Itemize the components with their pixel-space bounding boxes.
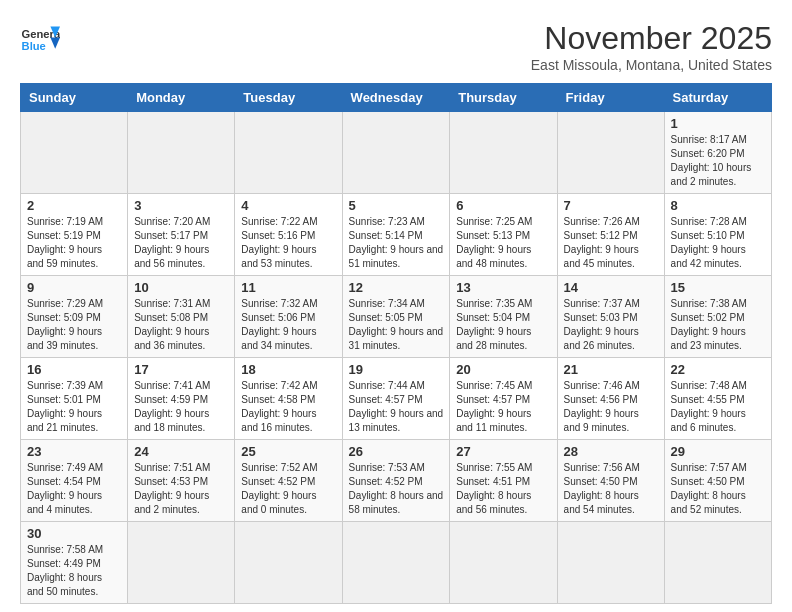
day-info: Sunrise: 7:32 AM Sunset: 5:06 PM Dayligh… [241, 297, 335, 353]
calendar-cell [664, 522, 771, 604]
weekday-header: Saturday [664, 84, 771, 112]
day-number: 10 [134, 280, 228, 295]
calendar-cell [21, 112, 128, 194]
svg-marker-3 [50, 38, 60, 49]
calendar-cell: 22Sunrise: 7:48 AM Sunset: 4:55 PM Dayli… [664, 358, 771, 440]
calendar-cell: 17Sunrise: 7:41 AM Sunset: 4:59 PM Dayli… [128, 358, 235, 440]
calendar-cell: 25Sunrise: 7:52 AM Sunset: 4:52 PM Dayli… [235, 440, 342, 522]
day-info: Sunrise: 7:19 AM Sunset: 5:19 PM Dayligh… [27, 215, 121, 271]
weekday-header: Tuesday [235, 84, 342, 112]
calendar-cell: 2Sunrise: 7:19 AM Sunset: 5:19 PM Daylig… [21, 194, 128, 276]
day-info: Sunrise: 7:34 AM Sunset: 5:05 PM Dayligh… [349, 297, 444, 353]
weekday-header-row: SundayMondayTuesdayWednesdayThursdayFrid… [21, 84, 772, 112]
day-info: Sunrise: 7:20 AM Sunset: 5:17 PM Dayligh… [134, 215, 228, 271]
day-info: Sunrise: 7:46 AM Sunset: 4:56 PM Dayligh… [564, 379, 658, 435]
day-info: Sunrise: 7:52 AM Sunset: 4:52 PM Dayligh… [241, 461, 335, 517]
location-title: East Missoula, Montana, United States [531, 57, 772, 73]
calendar-table: SundayMondayTuesdayWednesdayThursdayFrid… [20, 83, 772, 604]
day-info: Sunrise: 7:35 AM Sunset: 5:04 PM Dayligh… [456, 297, 550, 353]
day-number: 9 [27, 280, 121, 295]
day-number: 4 [241, 198, 335, 213]
day-number: 11 [241, 280, 335, 295]
day-number: 15 [671, 280, 765, 295]
day-info: Sunrise: 7:57 AM Sunset: 4:50 PM Dayligh… [671, 461, 765, 517]
calendar-cell [450, 522, 557, 604]
day-number: 24 [134, 444, 228, 459]
calendar-cell: 5Sunrise: 7:23 AM Sunset: 5:14 PM Daylig… [342, 194, 450, 276]
calendar-cell [342, 112, 450, 194]
calendar-cell: 7Sunrise: 7:26 AM Sunset: 5:12 PM Daylig… [557, 194, 664, 276]
day-number: 27 [456, 444, 550, 459]
calendar-cell: 9Sunrise: 7:29 AM Sunset: 5:09 PM Daylig… [21, 276, 128, 358]
calendar-cell: 11Sunrise: 7:32 AM Sunset: 5:06 PM Dayli… [235, 276, 342, 358]
logo-icon: General Blue [20, 20, 60, 60]
day-info: Sunrise: 7:31 AM Sunset: 5:08 PM Dayligh… [134, 297, 228, 353]
calendar-cell: 6Sunrise: 7:25 AM Sunset: 5:13 PM Daylig… [450, 194, 557, 276]
svg-text:Blue: Blue [22, 40, 46, 52]
calendar-cell [235, 522, 342, 604]
day-info: Sunrise: 7:58 AM Sunset: 4:49 PM Dayligh… [27, 543, 121, 599]
day-number: 8 [671, 198, 765, 213]
day-number: 30 [27, 526, 121, 541]
day-number: 3 [134, 198, 228, 213]
day-info: Sunrise: 7:44 AM Sunset: 4:57 PM Dayligh… [349, 379, 444, 435]
day-number: 26 [349, 444, 444, 459]
calendar-cell [557, 522, 664, 604]
calendar-cell: 30Sunrise: 7:58 AM Sunset: 4:49 PM Dayli… [21, 522, 128, 604]
day-number: 29 [671, 444, 765, 459]
calendar-cell: 19Sunrise: 7:44 AM Sunset: 4:57 PM Dayli… [342, 358, 450, 440]
day-info: Sunrise: 7:56 AM Sunset: 4:50 PM Dayligh… [564, 461, 658, 517]
day-number: 19 [349, 362, 444, 377]
calendar-cell: 12Sunrise: 7:34 AM Sunset: 5:05 PM Dayli… [342, 276, 450, 358]
day-number: 22 [671, 362, 765, 377]
weekday-header: Wednesday [342, 84, 450, 112]
day-info: Sunrise: 7:23 AM Sunset: 5:14 PM Dayligh… [349, 215, 444, 271]
day-info: Sunrise: 7:38 AM Sunset: 5:02 PM Dayligh… [671, 297, 765, 353]
calendar-cell: 8Sunrise: 7:28 AM Sunset: 5:10 PM Daylig… [664, 194, 771, 276]
day-info: Sunrise: 7:26 AM Sunset: 5:12 PM Dayligh… [564, 215, 658, 271]
calendar-cell: 4Sunrise: 7:22 AM Sunset: 5:16 PM Daylig… [235, 194, 342, 276]
day-info: Sunrise: 7:45 AM Sunset: 4:57 PM Dayligh… [456, 379, 550, 435]
calendar-cell [342, 522, 450, 604]
month-title: November 2025 [531, 20, 772, 57]
day-info: Sunrise: 7:53 AM Sunset: 4:52 PM Dayligh… [349, 461, 444, 517]
day-number: 25 [241, 444, 335, 459]
day-info: Sunrise: 7:42 AM Sunset: 4:58 PM Dayligh… [241, 379, 335, 435]
logo: General Blue [20, 20, 60, 60]
calendar-cell [235, 112, 342, 194]
weekday-header: Sunday [21, 84, 128, 112]
day-number: 5 [349, 198, 444, 213]
calendar-cell: 23Sunrise: 7:49 AM Sunset: 4:54 PM Dayli… [21, 440, 128, 522]
day-number: 7 [564, 198, 658, 213]
calendar-cell: 1Sunrise: 8:17 AM Sunset: 6:20 PM Daylig… [664, 112, 771, 194]
calendar-cell: 24Sunrise: 7:51 AM Sunset: 4:53 PM Dayli… [128, 440, 235, 522]
weekday-header: Thursday [450, 84, 557, 112]
day-info: Sunrise: 7:22 AM Sunset: 5:16 PM Dayligh… [241, 215, 335, 271]
page-header: General Blue November 2025 East Missoula… [20, 20, 772, 73]
calendar-cell: 15Sunrise: 7:38 AM Sunset: 5:02 PM Dayli… [664, 276, 771, 358]
day-number: 2 [27, 198, 121, 213]
day-info: Sunrise: 7:55 AM Sunset: 4:51 PM Dayligh… [456, 461, 550, 517]
weekday-header: Friday [557, 84, 664, 112]
day-info: Sunrise: 7:39 AM Sunset: 5:01 PM Dayligh… [27, 379, 121, 435]
day-info: Sunrise: 7:37 AM Sunset: 5:03 PM Dayligh… [564, 297, 658, 353]
calendar-cell: 20Sunrise: 7:45 AM Sunset: 4:57 PM Dayli… [450, 358, 557, 440]
weekday-header: Monday [128, 84, 235, 112]
calendar-cell: 28Sunrise: 7:56 AM Sunset: 4:50 PM Dayli… [557, 440, 664, 522]
calendar-cell: 29Sunrise: 7:57 AM Sunset: 4:50 PM Dayli… [664, 440, 771, 522]
day-number: 1 [671, 116, 765, 131]
day-number: 16 [27, 362, 121, 377]
day-info: Sunrise: 7:51 AM Sunset: 4:53 PM Dayligh… [134, 461, 228, 517]
day-number: 17 [134, 362, 228, 377]
day-number: 14 [564, 280, 658, 295]
day-number: 23 [27, 444, 121, 459]
day-info: Sunrise: 7:41 AM Sunset: 4:59 PM Dayligh… [134, 379, 228, 435]
day-info: Sunrise: 7:29 AM Sunset: 5:09 PM Dayligh… [27, 297, 121, 353]
calendar-cell [450, 112, 557, 194]
day-info: Sunrise: 8:17 AM Sunset: 6:20 PM Dayligh… [671, 133, 765, 189]
day-info: Sunrise: 7:48 AM Sunset: 4:55 PM Dayligh… [671, 379, 765, 435]
calendar-cell: 10Sunrise: 7:31 AM Sunset: 5:08 PM Dayli… [128, 276, 235, 358]
day-number: 28 [564, 444, 658, 459]
calendar-cell: 13Sunrise: 7:35 AM Sunset: 5:04 PM Dayli… [450, 276, 557, 358]
title-area: November 2025 East Missoula, Montana, Un… [531, 20, 772, 73]
